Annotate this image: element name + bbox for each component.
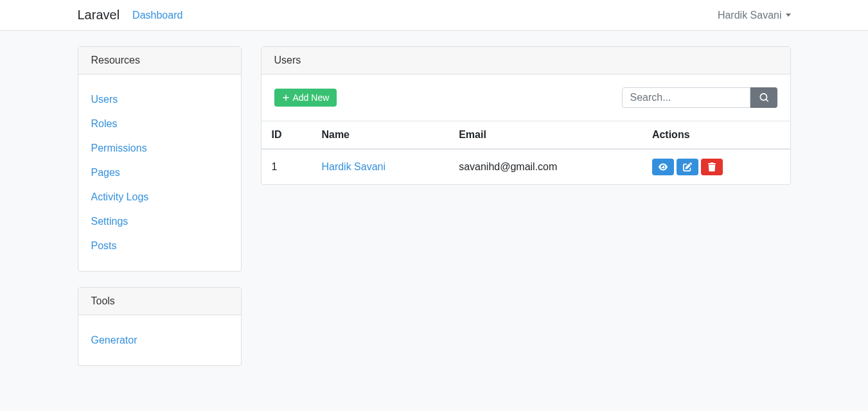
add-new-button[interactable]: Add New xyxy=(274,89,337,107)
page-title: Users xyxy=(261,47,790,74)
search-input[interactable] xyxy=(622,87,750,108)
col-email: Email xyxy=(448,121,642,150)
sidebar-item-users[interactable]: Users xyxy=(91,94,118,105)
cell-email: savanihd@gmail.com xyxy=(448,149,642,184)
brand: Laravel xyxy=(78,8,120,22)
sidebar-item-pages[interactable]: Pages xyxy=(91,167,120,178)
nav-link-dashboard[interactable]: Dashboard xyxy=(132,10,182,21)
toolbar: Add New xyxy=(261,74,790,121)
caret-down-icon xyxy=(786,13,791,17)
search-group xyxy=(622,87,777,108)
main-card: Users Add New ID Name xyxy=(261,46,791,185)
trash-icon xyxy=(707,162,716,171)
sidebar-item-activity-logs[interactable]: Activity Logs xyxy=(91,191,149,202)
cell-name-link[interactable]: Hardik Savani xyxy=(321,161,385,172)
sidebar-card-tools: Tools Generator xyxy=(78,287,242,366)
delete-button[interactable] xyxy=(701,159,723,175)
sidebar-item-permissions[interactable]: Permissions xyxy=(91,143,147,153)
navbar: Laravel Dashboard Hardik Savani xyxy=(0,0,868,31)
data-table: ID Name Email Actions 1 Hardik Savani sa… xyxy=(261,121,790,184)
user-menu[interactable]: Hardik Savani xyxy=(718,10,791,21)
search-icon xyxy=(759,93,768,102)
col-actions: Actions xyxy=(642,121,790,150)
eye-icon xyxy=(659,162,668,171)
main: Users Add New ID Name xyxy=(261,46,791,185)
edit-icon xyxy=(683,162,692,171)
sidebar-item-generator[interactable]: Generator xyxy=(91,335,137,345)
edit-button[interactable] xyxy=(677,159,698,175)
col-id: ID xyxy=(261,121,312,150)
view-button[interactable] xyxy=(652,159,674,175)
plus-icon xyxy=(282,94,290,101)
sidebar-header-resources: Resources xyxy=(78,47,241,74)
col-name: Name xyxy=(311,121,448,150)
sidebar-header-tools: Tools xyxy=(78,288,241,315)
sidebar-item-settings[interactable]: Settings xyxy=(91,216,128,227)
add-new-label: Add New xyxy=(293,92,330,103)
sidebar-card-resources: Resources Users Roles Permissions Pages … xyxy=(78,46,242,272)
sidebar-item-posts[interactable]: Posts xyxy=(91,240,117,251)
table-row: 1 Hardik Savani savanihd@gmail.com xyxy=(261,149,790,184)
sidebar-item-roles[interactable]: Roles xyxy=(91,118,118,129)
cell-id: 1 xyxy=(261,149,312,184)
search-button[interactable] xyxy=(750,87,777,108)
user-name: Hardik Savani xyxy=(718,10,782,21)
sidebar: Resources Users Roles Permissions Pages … xyxy=(78,46,242,366)
